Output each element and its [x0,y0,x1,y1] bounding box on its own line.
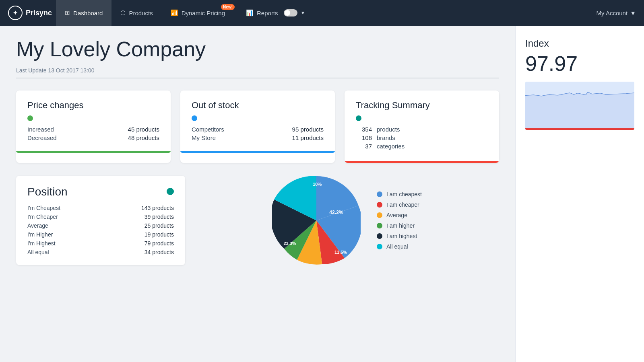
legend-cheapest: I am cheapest [377,191,422,197]
price-increased-row: Increased 45 products [27,126,159,133]
mystore-row: My Store 11 products [192,134,324,141]
cheapest-value: 143 products [141,205,174,211]
higher-dot [377,223,382,228]
cheapest-dot [377,191,382,197]
index-value: 97.97 [525,52,634,75]
average-legend-label: Average [386,212,407,218]
position-card: Position I'm Cheapest 143 products I'm C… [16,176,185,265]
price-decreased-row: Decreased 48 products [27,134,159,141]
account-chevron-icon: ▼ [630,10,636,16]
cards-row: Price changes Increased 45 products Decr… [16,90,499,163]
tag-icon: ⬡ [120,9,126,16]
position-rows: I'm Cheapest 143 products I'm Cheaper 39… [27,205,174,255]
logo-icon: ✦ [8,6,23,20]
competitors-row: Competitors 95 products [192,126,324,133]
average-value: 25 products [144,222,174,229]
nav-dashboard-label: Dashboard [73,10,103,16]
my-account-menu[interactable]: My Account ▼ [597,10,636,16]
list-item: I'm Highest 79 products [27,240,174,247]
competitors-label: Competitors [192,126,224,133]
logo-text: Prisync [26,9,52,17]
company-name: My Lovely Company [16,38,499,61]
svg-text:10%: 10% [313,182,322,187]
header-divider [16,78,499,78]
main-content: My Lovely Company Last Update 13 Oct 201… [0,26,515,362]
chevron-down-icon: ▼ [301,10,305,16]
increased-value: 45 products [128,126,159,133]
products-row: 354 products [356,126,488,133]
average-label: Average [27,222,48,229]
pie-chart: 42.2% 11.5% 23.3% 10% [272,176,361,265]
price-changes-dot [27,115,33,121]
list-item: All equal 34 products [27,249,174,255]
out-of-stock-dot [192,115,197,121]
out-of-stock-card: Out of stock Competitors 95 products My … [180,90,335,163]
legend-highest: I am highest [377,233,422,239]
mystore-value: 11 products [292,134,324,141]
out-of-stock-footer [180,151,335,153]
nav-dashboard[interactable]: ⊞ Dashboard [56,0,111,26]
new-badge: New! [221,4,235,10]
bottom-section: Position I'm Cheapest 143 products I'm C… [16,176,499,265]
highest-dot [377,233,382,239]
brands-count: 108 [356,134,372,141]
nav-dynamic-pricing-label: Dynamic Pricing [182,10,225,16]
cheaper-dot [377,202,382,208]
price-changes-card: Price changes Increased 45 products Decr… [16,90,171,163]
tracking-summary-title: Tracking Summary [356,100,488,111]
competitors-value: 95 products [292,126,324,133]
pie-section: 42.2% 11.5% 23.3% 10% I am cheapest I am… [195,176,499,265]
out-of-stock-rows: Competitors 95 products My Store 11 prod… [192,126,324,151]
cheaper-label: I'm Cheaper [27,214,58,220]
grid-icon: ⊞ [65,9,70,16]
company-header: My Lovely Company Last Update 13 Oct 201… [16,38,499,78]
bar-chart-icon: 📊 [246,9,254,16]
nav-reports-label: Reports [257,10,278,16]
highest-value: 79 products [144,240,174,247]
reports-toggle[interactable] [284,9,297,16]
highest-legend-label: I am highest [386,233,417,239]
brands-label: brands [377,134,395,141]
chart-icon: 📶 [171,9,178,16]
legend-higher: I am higher [377,222,422,229]
average-dot [377,212,382,218]
list-item: I'm Higher 19 products [27,231,174,238]
index-sidebar: Index 97.97 [515,26,644,362]
cheapest-label: I'm Cheapest [27,205,60,211]
categories-label: categories [377,143,405,150]
decreased-value: 48 products [128,134,159,141]
main-layout: My Lovely Company Last Update 13 Oct 201… [0,26,644,362]
higher-legend-label: I am higher [386,222,415,229]
cheaper-legend-label: I am cheaper [386,202,419,208]
last-update: Last Update 13 Oct 2017 13:00 [16,67,499,74]
svg-text:11.5%: 11.5% [334,250,347,255]
all-equal-value: 34 products [144,249,174,255]
categories-row: 37 categories [356,143,488,150]
price-changes-footer [16,151,171,153]
increased-label: Increased [27,126,54,133]
out-of-stock-title: Out of stock [192,100,324,111]
list-item: I'm Cheaper 39 products [27,214,174,220]
tracking-dot [356,115,361,121]
highest-label: I'm Highest [27,240,56,247]
decreased-label: Decreased [27,134,57,141]
brands-row: 108 brands [356,134,488,141]
nav-dynamic-pricing[interactable]: 📶 Dynamic Pricing New! [162,0,237,26]
nav-products[interactable]: ⬡ Products [111,0,161,26]
cheaper-value: 39 products [144,214,174,220]
products-count: 354 [356,126,372,133]
index-chart-baseline [525,128,634,130]
tracking-summary-card: Tracking Summary 354 products 108 brands… [345,90,499,163]
higher-value: 19 products [144,231,174,238]
price-changes-rows: Increased 45 products Decreased 48 produ… [27,126,159,151]
list-item: I'm Cheapest 143 products [27,205,174,211]
all-equal-label: All equal [27,249,49,255]
all-equal-dot [377,244,382,249]
index-chart [525,82,634,130]
logo[interactable]: ✦ Prisync [8,6,52,20]
cheapest-legend-label: I am cheapest [386,191,422,197]
nav-products-label: Products [129,10,153,16]
legend-all-equal: All equal [377,243,422,250]
tracking-footer [345,161,499,163]
nav-reports[interactable]: 📊 Reports ▼ [237,0,314,26]
